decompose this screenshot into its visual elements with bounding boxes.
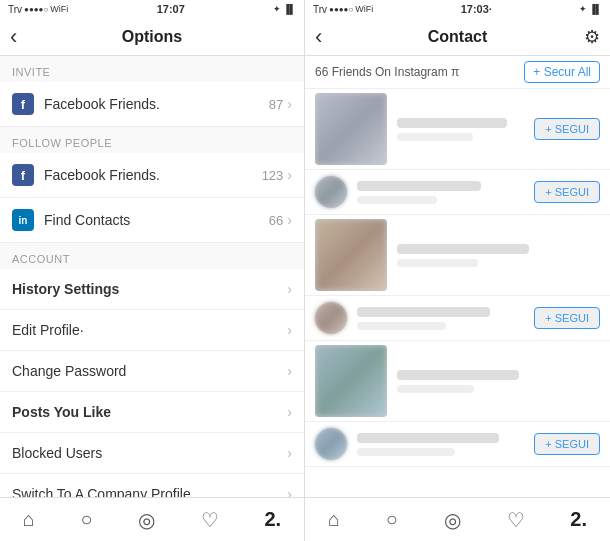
- left-bluetooth-icon: ✦: [273, 4, 281, 14]
- contacts-subheader: 66 Friends On Instagram π + Secur All: [305, 56, 610, 89]
- history-settings-label: History Settings: [12, 281, 287, 297]
- right-wifi-icon: WiFi: [355, 4, 373, 14]
- left-wifi-icon: WiFi: [50, 4, 68, 14]
- contact-info: [397, 370, 600, 393]
- left-bottom-nav: ⌂ ○ ◎ ♡ 2.: [0, 497, 304, 541]
- contact-username-placeholder: [397, 259, 478, 267]
- left-status-left: Trv ●●●●○ WiFi: [8, 4, 68, 15]
- right-camera-icon[interactable]: ◎: [444, 508, 461, 532]
- contact-name-placeholder: [357, 181, 481, 191]
- avatar-placeholder: [315, 345, 387, 417]
- history-settings-item[interactable]: History Settings ›: [0, 269, 304, 310]
- find-contacts-item[interactable]: in Find Contacts 66 ›: [0, 198, 304, 243]
- right-nav-bar: ‹ Contact ⚙: [305, 18, 610, 56]
- contacts-count: 66 Friends On Instagram π: [315, 65, 524, 79]
- right-home-icon[interactable]: ⌂: [328, 508, 340, 531]
- contact-info: [397, 244, 600, 267]
- contact-name-placeholder: [397, 244, 529, 254]
- posts-you-like-chevron: ›: [287, 404, 292, 420]
- follow-button[interactable]: + SEGUI: [534, 433, 600, 455]
- contact-item: + SEGUI: [305, 170, 610, 215]
- change-password-item[interactable]: Change Password ›: [0, 351, 304, 392]
- left-nav-title: Options: [122, 28, 182, 46]
- right-profile-icon[interactable]: 2.: [570, 508, 587, 531]
- follow-button[interactable]: + SEGUI: [534, 181, 600, 203]
- edit-profile-item[interactable]: Edit Profile· ›: [0, 310, 304, 351]
- right-status-right: ✦ ▐▌: [579, 4, 602, 14]
- contact-avatar-small: [315, 302, 347, 334]
- left-back-button[interactable]: ‹: [10, 24, 17, 50]
- left-search-icon[interactable]: ○: [81, 508, 93, 531]
- invite-facebook-label: Facebook Friends.: [44, 96, 269, 112]
- posts-you-like-item[interactable]: Posts You Like ›: [0, 392, 304, 433]
- left-heart-icon[interactable]: ♡: [201, 508, 219, 532]
- right-signal: ●●●●○: [329, 5, 353, 14]
- left-status-right: ✦ ▐▌: [273, 4, 296, 14]
- linkedin-icon: in: [12, 209, 34, 231]
- contact-name-placeholder: [357, 307, 490, 317]
- contact-list: + SEGUI + SEGUI: [305, 89, 610, 497]
- contact-avatar-large: [315, 345, 387, 417]
- avatar-placeholder: [315, 93, 387, 165]
- facebook-icon: f: [12, 93, 34, 115]
- contact-name-placeholder: [357, 433, 499, 443]
- contact-username-placeholder: [357, 448, 455, 456]
- invite-facebook-count: 87: [269, 97, 283, 112]
- avatar-placeholder: [315, 302, 347, 334]
- left-time: 17:07: [157, 3, 185, 15]
- find-contacts-label: Find Contacts: [44, 212, 269, 228]
- avatar-placeholder: [315, 176, 347, 208]
- left-camera-icon[interactable]: ◎: [138, 508, 155, 532]
- right-status-bar: Trv ●●●●○ WiFi 17:03· ✦ ▐▌: [305, 0, 610, 18]
- follow-section-header: FOLLOW PEOPLE: [0, 127, 304, 153]
- contact-avatar-small: [315, 428, 347, 460]
- right-panel: Trv ●●●●○ WiFi 17:03· ✦ ▐▌ ‹ Contact ⚙ 6…: [305, 0, 610, 541]
- contact-item: + SEGUI: [305, 422, 610, 467]
- company-profile-item[interactable]: Switch To A Company Profile ›: [0, 474, 304, 497]
- contact-avatar-large: [315, 93, 387, 165]
- avatar-placeholder: [315, 428, 347, 460]
- right-bottom-nav: ⌂ ○ ◎ ♡ 2.: [305, 497, 610, 541]
- gear-icon[interactable]: ⚙: [584, 26, 600, 48]
- history-settings-chevron: ›: [287, 281, 292, 297]
- company-profile-chevron: ›: [287, 486, 292, 497]
- secur-all-button[interactable]: + Secur All: [524, 61, 600, 83]
- right-back-button[interactable]: ‹: [315, 24, 322, 50]
- contact-info: [397, 118, 534, 141]
- invite-facebook-item[interactable]: f Facebook Friends. 87 ›: [0, 82, 304, 127]
- edit-profile-label: Edit Profile·: [12, 322, 287, 338]
- follow-button[interactable]: + SEGUI: [534, 307, 600, 329]
- invite-section-header: INVITE: [0, 56, 304, 82]
- left-signal: ●●●●○: [24, 5, 48, 14]
- contact-username-placeholder: [357, 196, 437, 204]
- left-battery-icon: ▐▌: [283, 4, 296, 14]
- contact-name-placeholder: [397, 118, 507, 128]
- follow-facebook-item[interactable]: f Facebook Friends. 123 ›: [0, 153, 304, 198]
- blocked-users-label: Blocked Users: [12, 445, 287, 461]
- right-battery-icon: ▐▌: [589, 4, 602, 14]
- follow-facebook-icon: f: [12, 164, 34, 186]
- contact-avatar-small: [315, 176, 347, 208]
- contact-item: [305, 341, 610, 422]
- right-search-icon[interactable]: ○: [386, 508, 398, 531]
- left-home-icon[interactable]: ⌂: [23, 508, 35, 531]
- follow-button[interactable]: + SEGUI: [534, 118, 600, 140]
- left-panel: Trv ●●●●○ WiFi 17:07 ✦ ▐▌ ‹ Options INVI…: [0, 0, 305, 541]
- right-heart-icon[interactable]: ♡: [507, 508, 525, 532]
- posts-you-like-label: Posts You Like: [12, 404, 287, 420]
- contact-username-placeholder: [397, 133, 473, 141]
- contact-item: [305, 215, 610, 296]
- find-contacts-count: 66: [269, 213, 283, 228]
- left-profile-icon[interactable]: 2.: [265, 508, 282, 531]
- follow-facebook-label: Facebook Friends.: [44, 167, 262, 183]
- contact-username-placeholder: [397, 385, 474, 393]
- avatar-placeholder: [315, 219, 387, 291]
- right-nav-title: Contact: [428, 28, 488, 46]
- account-section-header: ACCOUNT: [0, 243, 304, 269]
- contact-info: [357, 433, 534, 456]
- left-scroll-content: INVITE f Facebook Friends. 87 › FOLLOW P…: [0, 56, 304, 497]
- follow-facebook-chevron: ›: [287, 167, 292, 183]
- blocked-users-item[interactable]: Blocked Users ›: [0, 433, 304, 474]
- edit-profile-chevron: ›: [287, 322, 292, 338]
- follow-facebook-count: 123: [262, 168, 284, 183]
